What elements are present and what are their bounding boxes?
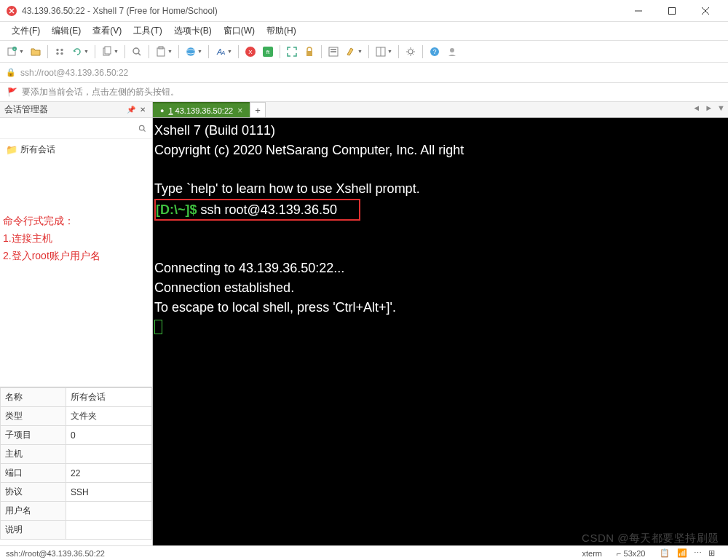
svg-line-15	[138, 53, 141, 55]
svg-point-14	[133, 48, 139, 54]
prop-val	[66, 445, 152, 464]
close-button[interactable]	[689, 0, 722, 22]
annotation-line2: 1.连接主机	[3, 229, 100, 247]
term-cmd: ssh root@43.139.36.50	[197, 202, 337, 217]
search-button[interactable]	[129, 44, 145, 60]
app-icon	[6, 5, 17, 17]
menu-tab[interactable]: 选项卡(B)	[168, 22, 218, 40]
xftp-button[interactable]: ft	[260, 44, 276, 60]
tree-root-item[interactable]: 📁 所有会话	[3, 142, 149, 157]
globe-button[interactable]: ▼	[183, 44, 205, 60]
tab-next-icon[interactable]: ►	[703, 103, 714, 112]
tab-label: 1 43.139.36.50:22	[168, 106, 233, 115]
tab-prev-icon[interactable]: ◄	[691, 103, 702, 112]
menu-window[interactable]: 窗口(W)	[218, 22, 261, 40]
tab-list-icon[interactable]: ▼	[716, 103, 727, 112]
term-line: Type `help' to learn how to use Xshell p…	[154, 181, 420, 196]
pin-icon[interactable]: 📌	[124, 106, 138, 114]
svg-text:X: X	[248, 49, 253, 55]
prop-val: 文件夹	[66, 407, 152, 426]
tab-close-icon[interactable]: ×	[237, 106, 242, 116]
prop-key: 类型	[1, 407, 66, 426]
open-session-button[interactable]	[28, 44, 44, 60]
annotation-overlay: 命令行式完成： 1.连接主机 2.登入root账户用户名	[3, 212, 100, 264]
toolbar-separator	[321, 45, 322, 58]
sidebar-header: 会话管理器 📌 ✕	[0, 102, 152, 118]
svg-text:?: ?	[432, 48, 436, 55]
svg-line-37	[143, 130, 145, 131]
prop-row: 说明	[1, 521, 152, 540]
user-button[interactable]	[444, 44, 460, 60]
menubar: 文件(F) 编辑(E) 查看(V) 工具(T) 选项卡(B) 窗口(W) 帮助(…	[0, 22, 728, 41]
prop-row: 类型文件夹	[1, 407, 152, 426]
toolbar-separator	[124, 45, 125, 58]
svg-point-8	[56, 48, 58, 50]
tab-active[interactable]: ● 1 43.139.36.50:22 ×	[153, 102, 250, 117]
layout-button[interactable]: ▼	[373, 44, 395, 60]
prop-key: 子项目	[1, 426, 66, 445]
folder-icon: 📁	[6, 144, 17, 155]
prop-val	[66, 521, 152, 540]
prop-row: 用户名	[1, 502, 152, 521]
toolbar-separator	[149, 45, 149, 58]
prop-row: 端口22	[1, 464, 152, 483]
window-title: 43.139.36.50:22 - Xshell 7 (Free for Hom…	[22, 6, 622, 16]
status-left: ssh://root@43.139.36.50:22	[6, 549, 105, 558]
addressbar[interactable]: 🔒 ssh://root@43.139.36.50:22	[0, 63, 728, 83]
toolbar-separator	[422, 45, 423, 58]
maximize-button[interactable]	[655, 0, 689, 22]
toolbar-separator	[47, 45, 48, 58]
annotation-line3: 2.登入root账户用户名	[3, 247, 100, 264]
prop-val: SSH	[66, 483, 152, 502]
menu-file[interactable]: 文件(F)	[6, 22, 46, 40]
menu-tools[interactable]: 工具(T)	[127, 22, 167, 40]
prop-key: 说明	[1, 521, 66, 540]
svg-point-10	[56, 52, 58, 54]
highlight-button[interactable]: ▼	[343, 44, 365, 60]
new-session-button[interactable]: +▼	[4, 44, 26, 60]
close-panel-icon[interactable]: ✕	[138, 106, 148, 114]
term-line: Copyright (c) 2020 NetSarang Computer, I…	[154, 143, 464, 157]
tab-nav: ◄ ► ▼	[691, 103, 727, 112]
toolbar: +▼ ▼ ▼ ▼ ▼ AA▼ X ft ▼ ▼ ?	[0, 41, 728, 63]
prop-key: 名称	[1, 388, 66, 407]
help-button[interactable]: ?	[427, 44, 443, 60]
settings-button[interactable]	[403, 44, 419, 60]
properties-table: 名称所有会话 类型文件夹 子项目0 主机 端口22 协议SSH 用户名 说明	[0, 387, 152, 540]
terminal[interactable]: Xshell 7 (Build 0111) Copyright (c) 2020…	[153, 118, 728, 545]
paste-button[interactable]: ▼	[153, 44, 175, 60]
prop-key: 主机	[1, 445, 66, 464]
fullscreen-button[interactable]	[284, 44, 300, 60]
minimize-button[interactable]	[622, 0, 655, 22]
toolbar-separator	[398, 45, 399, 58]
infobar-text: 要添加当前会话，点击左侧的箭头按钮。	[22, 86, 179, 98]
flag-icon: 🚩	[7, 87, 17, 97]
search-icon[interactable]	[135, 121, 149, 135]
toolbar-separator	[280, 45, 280, 58]
copy-button[interactable]: ▼	[99, 44, 121, 60]
new-tab-button[interactable]: +	[250, 102, 266, 117]
xshell-icon-button[interactable]: X	[242, 44, 258, 60]
svg-rect-13	[105, 47, 111, 54]
lock-button[interactable]	[301, 44, 317, 60]
toolbar-separator	[95, 45, 95, 58]
svg-point-9	[60, 48, 63, 50]
statusbar: ssh://root@43.139.36.50:22 xterm ⌐ 53x20…	[0, 545, 728, 560]
address-url: ssh://root@43.139.36.50:22	[20, 68, 722, 78]
svg-point-36	[139, 125, 144, 130]
font-button[interactable]: AA▼	[213, 44, 234, 60]
tabbar: ● 1 43.139.36.50:22 × + ◄ ► ▼	[153, 102, 728, 118]
menu-edit[interactable]: 编辑(E)	[46, 22, 87, 40]
highlighted-command: [D:\~]$ ssh root@43.139.36.50	[154, 199, 360, 221]
term-line: Xshell 7 (Build 0111)	[154, 123, 275, 138]
term-prompt: [D:\~]$	[156, 202, 197, 217]
properties-panel: 名称所有会话 类型文件夹 子项目0 主机 端口22 协议SSH 用户名 说明	[0, 387, 152, 540]
svg-text:ft: ft	[266, 49, 270, 55]
menu-view[interactable]: 查看(V)	[87, 22, 127, 40]
disconnect-button[interactable]	[52, 44, 68, 60]
reconnect-button[interactable]: ▼	[69, 44, 91, 60]
term-line: Connection established.	[154, 280, 294, 295]
main-area: 会话管理器 📌 ✕ 📁 所有会话 命令行式完成： 1.连接主机 2.登入root…	[0, 102, 728, 545]
menu-help[interactable]: 帮助(H)	[261, 22, 302, 40]
color-button[interactable]	[325, 44, 341, 60]
